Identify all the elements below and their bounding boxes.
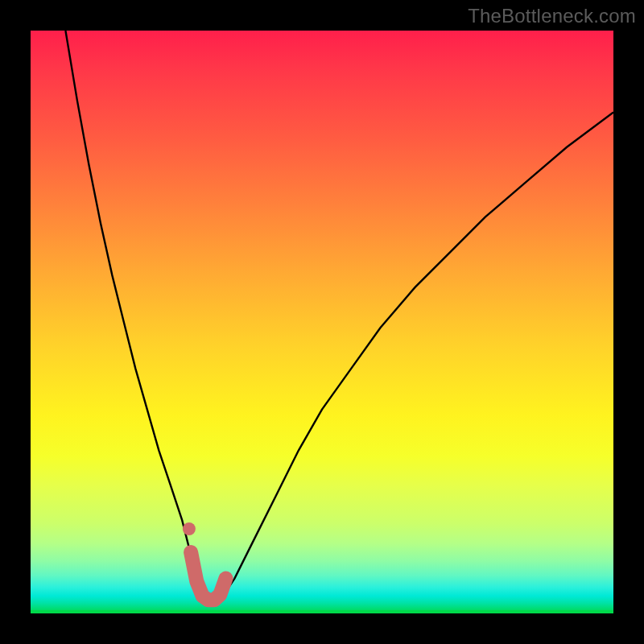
bottleneck-minimum-markers (183, 522, 226, 600)
min-band-dot (183, 522, 196, 535)
curve-layer (31, 31, 613, 613)
min-band-path (191, 552, 225, 600)
watermark-text: TheBottleneck.com (468, 5, 636, 27)
bottleneck-curve-path (65, 31, 613, 602)
chart-frame: TheBottleneck.com (0, 0, 644, 644)
bottleneck-curve (65, 31, 613, 602)
plot-area (31, 31, 613, 613)
